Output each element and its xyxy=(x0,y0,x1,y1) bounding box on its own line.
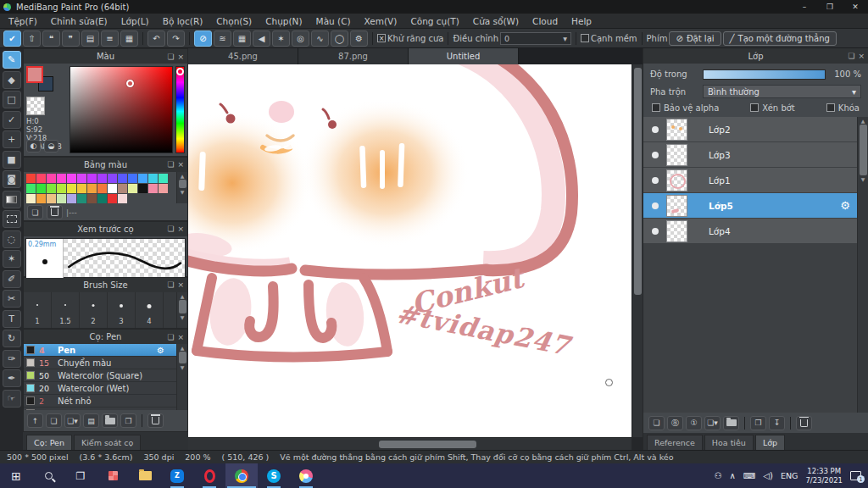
snap-concentric-icon[interactable]: ◎ xyxy=(292,30,309,47)
comment-icon[interactable]: ❝ xyxy=(42,30,60,47)
action-center-icon[interactable]: 1 xyxy=(850,471,861,480)
figure-brush-tool[interactable]: □ xyxy=(3,91,21,108)
lasso-tool[interactable]: ◌ xyxy=(3,230,21,248)
palette-swatch[interactable] xyxy=(97,174,107,183)
brush-size-cell-4[interactable]: 4 xyxy=(136,292,164,328)
palette-swatch[interactable] xyxy=(36,174,46,183)
scrollbar-thumb[interactable] xyxy=(379,441,476,448)
menu-item-8[interactable]: Công cụ(T) xyxy=(403,14,465,29)
layer-visibility-toggle[interactable] xyxy=(652,228,659,235)
search-button[interactable] xyxy=(32,463,64,488)
layer-checkbox-1[interactable]: Xén bớt xyxy=(750,103,794,113)
speaker-icon[interactable]: ◁) xyxy=(763,471,773,480)
minimize-button[interactable]: – xyxy=(792,0,817,14)
brush-item-2[interactable]: 50Watercolor (Square) xyxy=(24,369,176,382)
add-brush-button[interactable]: ❏ xyxy=(46,413,62,428)
hand-tool[interactable]: ☞ xyxy=(3,390,21,408)
palette-swatch[interactable] xyxy=(118,174,127,183)
palette-swatch[interactable] xyxy=(57,174,66,183)
layer-item-Lớp5[interactable]: Lớp5⚙ xyxy=(643,193,857,218)
close-icon[interactable]: × xyxy=(177,53,184,61)
opacity-slider[interactable] xyxy=(703,69,826,80)
restore-button[interactable]: ❐ xyxy=(817,0,843,14)
color-bar-button[interactable]: ◒ xyxy=(44,140,58,152)
snap-curve-icon[interactable]: ∿ xyxy=(311,30,329,47)
palette-swatch[interactable] xyxy=(128,174,137,183)
clock[interactable]: 12:33 PM7/23/2021 xyxy=(805,467,843,485)
layer-visibility-toggle[interactable] xyxy=(652,177,659,184)
palette-swatch[interactable] xyxy=(77,194,86,203)
popout-icon[interactable]: ❏ xyxy=(167,160,174,169)
soft-edge-checkbox[interactable] xyxy=(581,34,589,42)
delete-layer-button[interactable] xyxy=(796,416,812,430)
hue-marker[interactable] xyxy=(176,68,184,75)
palette-swatch[interactable] xyxy=(159,174,168,183)
palette-swatch[interactable] xyxy=(67,194,76,203)
layer-visibility-toggle[interactable] xyxy=(652,202,659,209)
language-indicator[interactable]: ENG xyxy=(781,471,798,480)
delete-color-button[interactable] xyxy=(47,205,63,219)
palette-swatch[interactable] xyxy=(47,194,56,203)
add-layer-menu-button[interactable]: ❏▾ xyxy=(704,416,721,430)
add-layer-button[interactable]: ❏ xyxy=(648,416,665,430)
fill-rect-tool[interactable]: ■ xyxy=(3,151,21,169)
app-grid[interactable] xyxy=(97,463,129,488)
eraser-tool[interactable]: ◆ xyxy=(3,71,21,89)
palette-swatch[interactable] xyxy=(26,184,36,193)
palette-swatch[interactable] xyxy=(87,194,97,203)
reset-button[interactable]: ⊘Đặt lại xyxy=(669,31,721,46)
redo-button[interactable]: ↷ xyxy=(167,30,185,47)
palette-swatch[interactable] xyxy=(87,174,97,183)
app-opera[interactable] xyxy=(193,463,225,488)
menu-item-4[interactable]: Chọn(S) xyxy=(209,14,259,29)
undo-button[interactable]: ↶ xyxy=(147,30,165,47)
select-pen-tool[interactable]: ✐ xyxy=(3,270,21,288)
close-icon[interactable]: × xyxy=(177,225,184,233)
palette-swatch[interactable] xyxy=(57,184,66,193)
layer-item-Lớp3[interactable]: Lớp3 xyxy=(643,142,857,167)
brush-size-cell-1[interactable]: 1 xyxy=(24,292,52,328)
layer-item-Lớp2[interactable]: Lớp2 xyxy=(643,117,857,141)
close-icon[interactable]: × xyxy=(177,333,184,341)
chat-icon[interactable]: ❞ xyxy=(62,30,80,47)
layer-panel-tab-2[interactable]: Lớp xyxy=(755,435,785,450)
canvas-tab-Untitled[interactable]: Untitled xyxy=(409,48,519,64)
close-icon[interactable]: × xyxy=(177,280,184,289)
canvas-vertical-scrollbar[interactable] xyxy=(632,64,643,437)
canvas-tab-45.png[interactable]: 45.png xyxy=(188,48,298,64)
gradient-marker[interactable] xyxy=(126,80,134,87)
layer-item-Lớp4[interactable]: Lớp4 xyxy=(643,219,857,243)
menu-item-6[interactable]: Màu (C) xyxy=(309,14,358,29)
add-1bit-layer-button[interactable]: ① xyxy=(686,416,702,430)
color-gradient-picker[interactable] xyxy=(70,66,173,153)
menu-item-0[interactable]: Tệp(F) xyxy=(2,14,44,29)
popout-icon[interactable]: ❏ xyxy=(167,333,174,341)
canvas[interactable]: Conkut #tvidap247 xyxy=(188,64,632,437)
document-icon[interactable]: ▤ xyxy=(81,30,99,47)
palette-swatch[interactable] xyxy=(47,174,56,183)
canvas-horizontal-scrollbar[interactable] xyxy=(188,437,632,450)
palette-swatch[interactable] xyxy=(67,174,76,183)
popout-icon[interactable]: ❏ xyxy=(848,52,854,60)
palette-swatch[interactable] xyxy=(87,184,97,193)
snap-parallel-icon[interactable]: ≋ xyxy=(214,30,231,47)
palette-scrollbar[interactable]: ▲▼ xyxy=(176,172,187,203)
brush-item-4[interactable]: 2Nét nhỏ xyxy=(24,395,176,408)
app-zalo[interactable]: Z xyxy=(161,463,193,488)
popout-icon[interactable]: ❏ xyxy=(167,53,174,61)
control-pen-tool[interactable]: ✑ xyxy=(3,350,21,368)
move-tool[interactable]: + xyxy=(3,130,21,148)
palette-swatch[interactable] xyxy=(26,194,36,203)
app-skype[interactable]: S xyxy=(258,463,290,488)
app-medibang[interactable] xyxy=(290,463,322,488)
operation-tool[interactable]: ↻ xyxy=(3,330,21,347)
layer-panel-tab-1[interactable]: Hoa tiêu xyxy=(704,435,754,450)
layer-visibility-toggle[interactable] xyxy=(652,152,659,158)
brush-size-cell-1.5[interactable]: 1.5 xyxy=(52,292,80,328)
start-button[interactable]: ⊞ xyxy=(0,463,32,488)
duplicate-layer-button[interactable]: ❐ xyxy=(750,416,766,430)
close-icon[interactable]: × xyxy=(858,52,865,60)
close-button[interactable]: ✕ xyxy=(843,0,868,14)
palette-swatch[interactable] xyxy=(138,184,147,193)
gear-icon[interactable]: ⚙ xyxy=(157,346,164,355)
